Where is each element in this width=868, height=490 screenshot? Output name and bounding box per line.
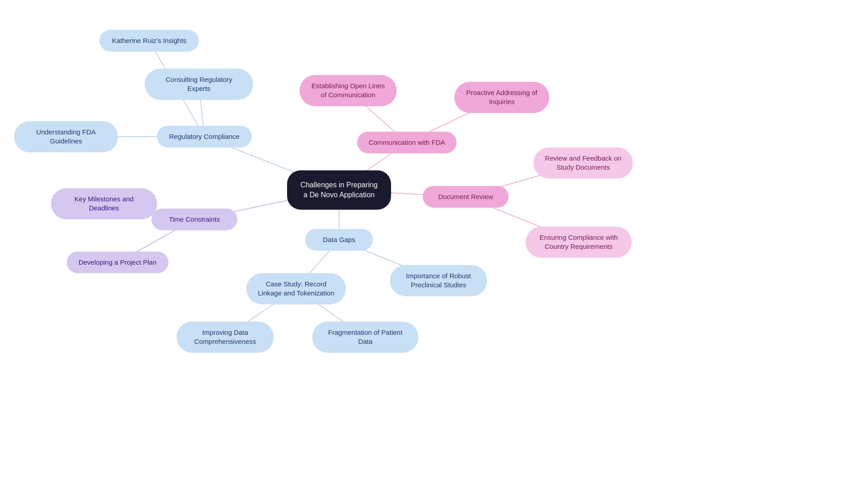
- node-fragmentation[interactable]: Fragmentation of Patient Data: [312, 322, 419, 353]
- node-robust[interactable]: Importance of Robust Preclinical Studies: [390, 265, 487, 296]
- node-reviewfeedback[interactable]: Review and Feedback on Study Documents: [533, 147, 633, 179]
- node-commfda[interactable]: Communication with FDA: [357, 132, 457, 153]
- node-katherine[interactable]: Katherine Ruiz's Insights: [99, 30, 199, 52]
- node-milestones[interactable]: Key Milestones and Deadlines: [51, 188, 157, 219]
- node-regulatory[interactable]: Regulatory Compliance: [157, 126, 252, 147]
- center-node[interactable]: Challenges in Preparing a De Novo Applic…: [287, 170, 391, 209]
- node-datagaps[interactable]: Data Gaps: [305, 229, 373, 251]
- node-consulting[interactable]: Consulting Regulatory Experts: [145, 69, 253, 100]
- node-timeconstraints[interactable]: Time Constraints: [151, 209, 237, 230]
- node-docreview[interactable]: Document Review: [423, 186, 509, 208]
- node-proactive[interactable]: Proactive Addressing of Inquiries: [454, 82, 549, 113]
- node-casestudy[interactable]: Case Study: Record Linkage and Tokenizat…: [246, 273, 346, 304]
- node-understanding[interactable]: Understanding FDA Guidelines: [14, 121, 118, 152]
- node-ensuringcompliance[interactable]: Ensuring Compliance with Country Require…: [526, 227, 632, 258]
- mindmap-container: Challenges in Preparing a De Novo Applic…: [0, 0, 868, 490]
- connection-lines: [0, 0, 868, 490]
- node-improving[interactable]: Improving Data Comprehensiveness: [177, 322, 274, 353]
- node-developing[interactable]: Developing a Project Plan: [67, 252, 169, 273]
- node-establishing[interactable]: Establishing Open Lines of Communication: [300, 75, 397, 106]
